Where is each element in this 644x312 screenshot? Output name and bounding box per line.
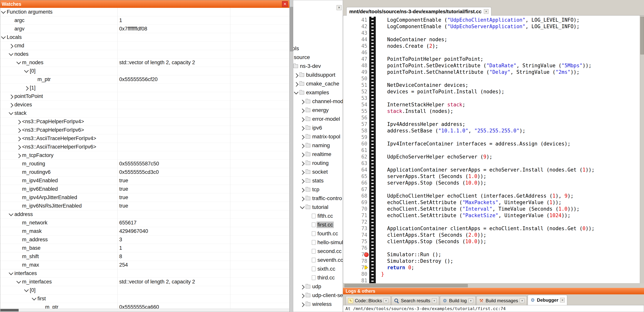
line-number[interactable]: 44 xyxy=(343,36,369,43)
watch-row[interactable]: m_ptr0x55555556cf20 xyxy=(0,75,289,84)
tab-code-blocks[interactable]: ✎Code::Blocks✕ xyxy=(346,296,391,305)
code-editor[interactable]: 41 LogComponentEnable ("UdpEchoClientApp… xyxy=(343,15,640,283)
line-number[interactable]: 76 xyxy=(343,245,369,251)
watch-row[interactable]: m_network655617 xyxy=(0,219,289,227)
expand-icon[interactable] xyxy=(10,95,14,98)
breakpoint-margin[interactable] xyxy=(369,271,376,277)
code-line[interactable]: 42 LogComponentEnable ("UdpEchoServerApp… xyxy=(343,23,640,30)
tree-item-fifth-cc[interactable]: fifth.cc xyxy=(307,212,343,220)
code-line[interactable]: 69 echoClient.SetAttribute ("MaxPackets"… xyxy=(343,199,640,206)
code-line[interactable]: 43 xyxy=(343,30,640,36)
tree-item-second-cc[interactable]: second.cc xyxy=(307,247,343,256)
tree-item-tcp[interactable]: tcp xyxy=(301,185,343,194)
code-line[interactable]: 50 xyxy=(343,75,640,82)
breakpoint-margin[interactable] xyxy=(369,128,376,134)
breakpoint-margin[interactable] xyxy=(369,173,376,179)
watch-row[interactable]: m_address3 xyxy=(0,236,289,244)
breakpoint-margin[interactable] xyxy=(369,199,376,206)
expand-icon[interactable] xyxy=(301,135,306,138)
code-line[interactable]: 54 InternetStackHelper stack; xyxy=(343,101,640,108)
logs-panel-caption[interactable]: Logs & others xyxy=(343,288,644,294)
line-number[interactable]: 75 xyxy=(343,238,369,245)
line-number[interactable]: 48 xyxy=(343,62,369,69)
code-line[interactable]: 77 Simulator::Run (); xyxy=(343,251,640,258)
breakpoint-margin[interactable] xyxy=(369,179,376,186)
code-line[interactable]: 58 address.SetBase ("10.1.1.0", "255.255… xyxy=(343,128,640,134)
code-line[interactable]: 75 clientApps.Stop (Seconds (10.0)); xyxy=(343,238,640,245)
breakpoint-margin[interactable] xyxy=(369,277,376,283)
collapse-icon[interactable] xyxy=(10,112,14,115)
expand-icon[interactable] xyxy=(17,154,22,157)
line-number[interactable]: 41 xyxy=(343,17,369,23)
line-number[interactable]: 64 xyxy=(343,166,369,173)
code-line[interactable]: 71 echoClient.SetAttribute ("PacketSize"… xyxy=(343,212,640,219)
collapse-icon[interactable] xyxy=(32,297,38,300)
watch-row[interactable]: m_base1 xyxy=(0,244,289,252)
tree-item-stats[interactable]: stats xyxy=(301,176,343,185)
scrollbar-thumb[interactable] xyxy=(0,309,18,312)
code-line[interactable]: 67 xyxy=(343,186,640,193)
breakpoint-margin[interactable] xyxy=(369,154,376,160)
tree-item-sixth-cc[interactable]: sixth.cc xyxy=(307,265,343,273)
watch-row[interactable]: [0] xyxy=(0,286,289,295)
expand-icon[interactable] xyxy=(294,73,300,77)
watch-row[interactable]: m_tcpFactory xyxy=(0,151,289,160)
breakpoint-margin[interactable] xyxy=(369,166,376,173)
collapse-icon[interactable] xyxy=(25,69,30,73)
tree-item-third-cc[interactable]: third.cc xyxy=(307,273,343,282)
breakpoint-margin[interactable] xyxy=(369,193,376,199)
watch-row[interactable]: <ns3::AsciiTraceHelperForIpv4> xyxy=(0,134,289,143)
code-line[interactable]: 63 xyxy=(343,160,640,166)
tree-item-matrix-topol[interactable]: matrix-topol xyxy=(301,132,343,141)
editor-horizontal-scrollbar[interactable] xyxy=(343,283,640,288)
breakpoint-margin[interactable] xyxy=(369,101,376,108)
line-number[interactable]: 43 xyxy=(343,30,369,36)
tree-item-examples[interactable]: examples xyxy=(294,88,343,97)
code-line[interactable]: 48 pointToPoint.SetDeviceAttribute ("Dat… xyxy=(343,62,640,69)
tree-item-cmake-cache[interactable]: cmake_cache xyxy=(294,79,343,88)
breakpoint-margin[interactable] xyxy=(369,251,376,258)
code-line[interactable]: 57 Ipv4AddressHelper address; xyxy=(343,121,640,128)
watch-row[interactable]: m_interfacesstd::vector of length 2, cap… xyxy=(0,278,289,286)
watch-row[interactable]: cmd xyxy=(0,42,289,50)
watch-row[interactable]: m_routing0x555555587c50 xyxy=(0,160,289,168)
breakpoint-margin[interactable] xyxy=(369,160,376,166)
breakpoint-margin[interactable] xyxy=(369,49,376,56)
breakpoint-margin[interactable] xyxy=(369,186,376,193)
code-line[interactable]: 61 xyxy=(343,147,640,154)
code-line[interactable]: 68 UdpEchoClientHelper echoClient (inter… xyxy=(343,193,640,199)
watch-row[interactable]: m_shift8 xyxy=(0,252,289,261)
tab-search-results[interactable]: Search results✕ xyxy=(392,296,439,305)
breakpoint-margin[interactable] xyxy=(369,225,376,232)
expand-icon[interactable] xyxy=(301,109,306,112)
tab-build-messages[interactable]: ⚒Build messages✕ xyxy=(476,296,527,305)
breakpoint-margin[interactable] xyxy=(369,134,376,141)
line-number[interactable]: 51 xyxy=(343,82,369,88)
close-icon[interactable]: ✕ xyxy=(468,298,473,303)
watch-row[interactable]: devices xyxy=(0,101,289,109)
line-number[interactable]: 60 xyxy=(343,141,369,147)
expand-icon[interactable] xyxy=(301,144,306,147)
breakpoint-margin[interactable] xyxy=(369,36,376,43)
breakpoint-margin[interactable] xyxy=(369,258,376,264)
watch-row[interactable]: <ns3::PcapHelperForIpv6> xyxy=(0,126,289,134)
line-number[interactable]: 80 xyxy=(343,271,369,277)
expand-icon[interactable] xyxy=(301,294,306,297)
line-number[interactable]: 63 xyxy=(343,160,369,166)
expand-icon[interactable] xyxy=(301,197,306,200)
line-number[interactable]: 53 xyxy=(343,95,369,101)
watch-row[interactable]: interfaces xyxy=(0,269,289,278)
close-icon[interactable]: ✕ xyxy=(432,298,437,303)
breakpoint-margin[interactable] xyxy=(369,69,376,75)
line-number[interactable]: 45 xyxy=(343,43,369,49)
collapse-icon[interactable] xyxy=(301,206,306,209)
watch-row[interactable]: m_ipv4Enabledtrue xyxy=(0,176,289,185)
tab-debugger[interactable]: ⚙Debugger✕ xyxy=(528,295,567,305)
tree-item-ipv6[interactable]: ipv6 xyxy=(301,123,343,132)
code-line[interactable]: 74 clientApps.Start (Seconds (2.0)); xyxy=(343,232,640,238)
collapse-icon[interactable] xyxy=(17,61,22,64)
breakpoint-margin[interactable] xyxy=(369,232,376,238)
breakpoint-icon[interactable] xyxy=(364,252,369,257)
line-number[interactable]: 47 xyxy=(343,56,369,62)
expand-icon[interactable] xyxy=(301,285,306,288)
